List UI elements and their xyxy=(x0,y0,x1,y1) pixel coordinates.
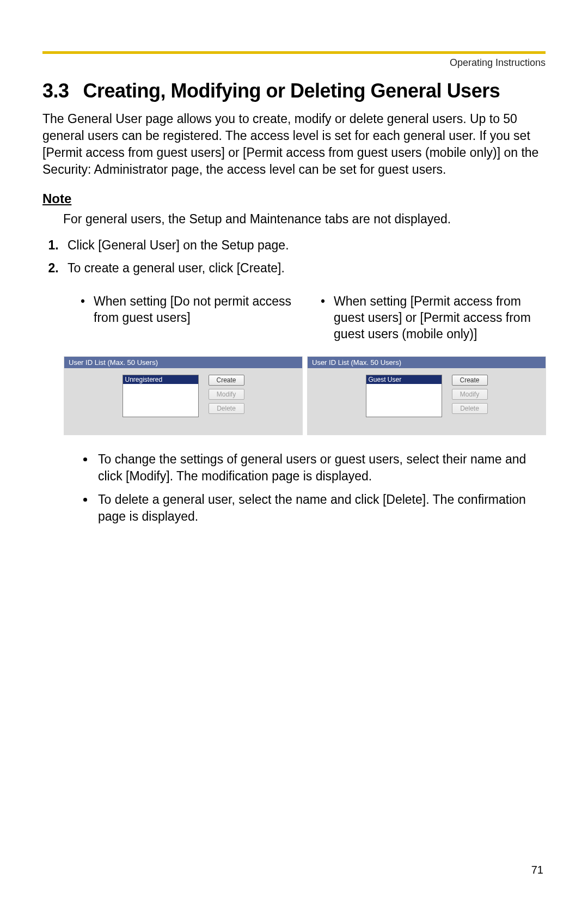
setting-option-left: • When setting [Do not permit access fro… xyxy=(81,294,305,343)
section-title: Creating, Modifying or Deleting General … xyxy=(83,80,500,102)
setting-option-left-text: When setting [Do not permit access from … xyxy=(94,294,305,326)
panel-button-stack: Create Modify Delete xyxy=(452,375,488,414)
document-page: Operating Instructions 3.3Creating, Modi… xyxy=(0,0,588,909)
panel-body: Guest User Create Modify Delete xyxy=(308,368,546,435)
bullet-dot-icon: • xyxy=(81,294,85,326)
setting-options-columns: • When setting [Do not permit access fro… xyxy=(81,294,546,343)
user-list-panel-right: User ID List (Max. 50 Users) Guest User … xyxy=(308,357,546,435)
header-rule xyxy=(42,51,546,54)
modify-button[interactable]: Modify xyxy=(452,389,488,400)
step-item: Click [General User] on the Setup page. xyxy=(62,236,546,254)
delete-button[interactable]: Delete xyxy=(209,403,244,414)
panel-header: User ID List (Max. 50 Users) xyxy=(308,357,546,368)
page-number: 71 xyxy=(531,864,543,876)
setting-option-right-text: When setting [Permit access from guest u… xyxy=(334,294,546,343)
modify-button[interactable]: Modify xyxy=(209,389,244,400)
user-list-panel-left: User ID List (Max. 50 Users) Unregistere… xyxy=(64,357,302,435)
listbox-selected-item[interactable]: Guest User xyxy=(366,375,442,384)
panel-header: User ID List (Max. 50 Users) xyxy=(64,357,302,368)
listbox-selected-item[interactable]: Unregistered xyxy=(123,375,198,384)
user-id-listbox[interactable]: Unregistered xyxy=(122,375,199,417)
bullet-item: To delete a general user, select the nam… xyxy=(95,491,546,525)
intro-paragraph: The General User page allows you to crea… xyxy=(42,111,546,178)
panel-button-stack: Create Modify Delete xyxy=(209,375,244,414)
user-id-listbox[interactable]: Guest User xyxy=(366,375,442,417)
numbered-steps: Click [General User] on the Setup page. … xyxy=(42,236,546,277)
running-header: Operating Instructions xyxy=(42,57,546,69)
step-item: To create a general user, click [Create]… xyxy=(62,259,546,277)
panel-body: Unregistered Create Modify Delete xyxy=(64,368,302,435)
note-text: For general users, the Setup and Mainten… xyxy=(63,211,546,228)
delete-button[interactable]: Delete xyxy=(452,403,488,414)
example-panels: User ID List (Max. 50 Users) Unregistere… xyxy=(64,357,546,435)
note-label: Note xyxy=(42,191,546,206)
bullet-dot-icon: • xyxy=(321,294,325,343)
section-heading: 3.3Creating, Modifying or Deleting Gener… xyxy=(42,78,546,103)
create-button[interactable]: Create xyxy=(209,375,244,386)
instruction-bullets: To change the settings of general users … xyxy=(81,451,546,525)
create-button[interactable]: Create xyxy=(452,375,488,386)
bullet-item: To change the settings of general users … xyxy=(95,451,546,485)
section-number: 3.3 xyxy=(42,78,69,103)
setting-option-right: • When setting [Permit access from guest… xyxy=(321,294,546,343)
